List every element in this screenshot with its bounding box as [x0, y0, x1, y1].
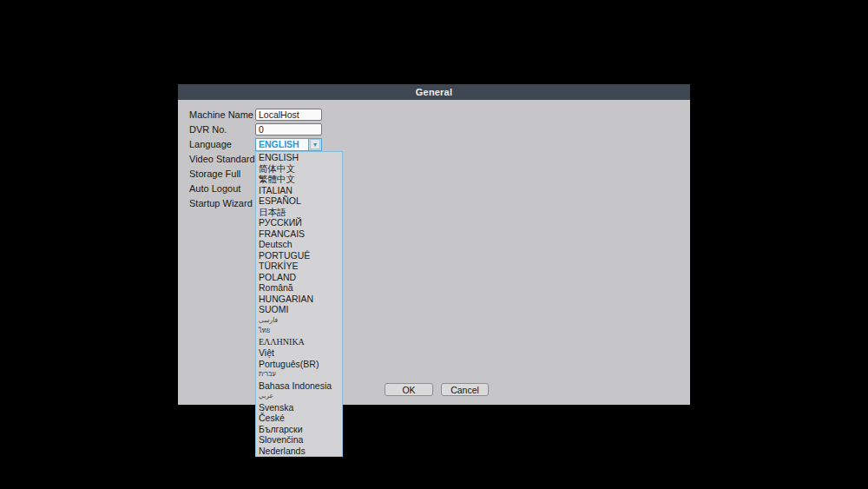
- language-option[interactable]: POLAND: [256, 272, 342, 283]
- chevron-down-icon: ▼: [310, 139, 320, 149]
- language-label: Language: [189, 139, 255, 149]
- language-option[interactable]: TÜRKİYE: [256, 261, 342, 272]
- language-option[interactable]: Bahasa Indonesia: [256, 380, 342, 392]
- machine-name-row: Machine Name: [189, 109, 322, 121]
- language-option[interactable]: ไทย: [256, 326, 342, 337]
- language-option[interactable]: עברית: [256, 369, 342, 380]
- ok-button[interactable]: OK: [385, 383, 433, 396]
- language-select[interactable]: ENGLISH ▼: [255, 138, 322, 151]
- dvr-no-label: DVR No.: [189, 124, 255, 135]
- language-option[interactable]: Việt: [256, 347, 342, 359]
- language-option[interactable]: HUNGARIAN: [256, 294, 342, 305]
- dialog-titlebar: General: [178, 84, 690, 100]
- language-option[interactable]: SUOMI: [256, 304, 342, 315]
- dialog-title: General: [416, 87, 452, 97]
- language-option[interactable]: PORTUGUÊ: [256, 250, 342, 261]
- language-option[interactable]: عربي: [256, 391, 342, 402]
- startup-wizard-label: Startup Wizard: [189, 198, 255, 208]
- auto-logout-label: Auto Logout: [189, 183, 255, 194]
- language-option[interactable]: ESPAÑOL: [256, 195, 342, 207]
- language-select-value: ENGLISH: [256, 139, 308, 150]
- language-option[interactable]: ITALIAN: [256, 185, 342, 196]
- language-option[interactable]: Slovenčina: [256, 434, 342, 446]
- language-option[interactable]: فارسی: [256, 315, 342, 327]
- language-option[interactable]: ENGLISH: [256, 152, 342, 163]
- language-option[interactable]: РУССКИЙ: [256, 217, 342, 228]
- general-settings-dialog: General Machine Name DVR No. Language EN…: [178, 84, 690, 405]
- language-row: Language ENGLISH ▼: [189, 138, 322, 150]
- language-option[interactable]: Português(BR): [256, 359, 342, 370]
- cancel-button[interactable]: Cancel: [441, 383, 489, 396]
- language-option[interactable]: Română: [256, 282, 342, 294]
- language-option[interactable]: ΕΛΛΗΝΙΚΑ: [256, 337, 342, 348]
- language-select-button[interactable]: ▼: [308, 139, 321, 150]
- language-option[interactable]: FRANCAIS: [256, 228, 342, 240]
- storage-full-label: Storage Full: [189, 169, 255, 179]
- language-option[interactable]: 日本語: [256, 207, 342, 218]
- dvr-no-row: DVR No.: [189, 123, 322, 135]
- language-option[interactable]: 简体中文: [256, 163, 342, 175]
- language-option[interactable]: Deutsch: [256, 239, 342, 250]
- machine-name-label: Machine Name: [189, 109, 255, 120]
- language-option[interactable]: České: [256, 413, 342, 424]
- video-standard-label: Video Standard: [189, 154, 255, 164]
- language-option[interactable]: Nederlands: [256, 446, 342, 457]
- language-option[interactable]: Svenska: [256, 402, 342, 413]
- language-dropdown: ENGLISH简体中文繁體中文ITALIANESPAÑOL日本語РУССКИЙF…: [255, 151, 343, 457]
- dvr-no-input[interactable]: [255, 123, 322, 135]
- language-option[interactable]: 繁體中文: [256, 174, 342, 185]
- language-option[interactable]: Български: [256, 424, 342, 435]
- machine-name-input[interactable]: [255, 109, 322, 121]
